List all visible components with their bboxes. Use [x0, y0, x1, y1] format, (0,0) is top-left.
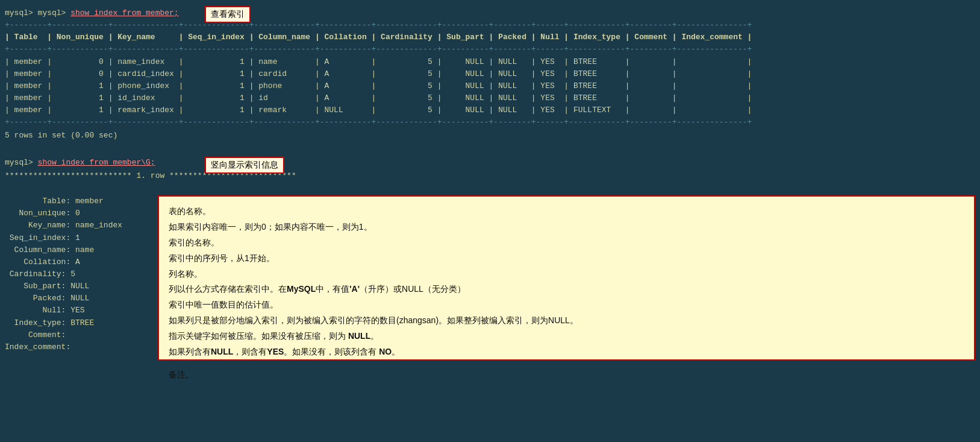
table-row: | member | 1 | phone_index | 1 | phone |…	[0, 80, 980, 92]
field-indexcomment: Index_comment:	[5, 343, 75, 352]
field-null: Null: YES	[5, 306, 85, 315]
field-cardinality: Cardinality: 5	[5, 270, 75, 279]
prompt-line: mysql> mysql> show index from member;	[0, 7, 980, 19]
table-row: | member | 1 | id_index | 1 | id | A | 5…	[0, 92, 980, 104]
explain-seqinindex: 索引中的序列号，从1开始。	[169, 251, 964, 267]
blank-line-explanation	[169, 360, 964, 367]
field-comment: Comment:	[5, 330, 70, 339]
blank-line	[0, 144, 980, 156]
stars-line: *************************** 1. row *****…	[0, 170, 980, 182]
terminal: mysql> mysql> show index from member; 查看…	[0, 0, 980, 442]
explain-subpart: 如果列只是被部分地编入索引，则为被编入索引的字符的数目(zhangsan)。如果…	[169, 313, 964, 329]
field-table: Table: member	[5, 197, 104, 206]
field-indextype: Index_type: BTREE	[5, 318, 94, 327]
table-header: | Table | Non_unique | Key_name | Seq_in…	[0, 31, 980, 43]
table-bottom-separator: +--------+------------+--------------+--…	[0, 116, 980, 128]
field-keyname: Key_name: name_index	[5, 221, 122, 230]
table-row: | member | 0 | cardid_index | 1 | cardid…	[0, 68, 980, 80]
field-packed: Packed: NULL	[5, 294, 89, 303]
vertical-prompt-line: mysql> show index from member\G;	[0, 157, 980, 169]
explain-columnname: 列名称。	[169, 267, 964, 282]
explain-table: 表的名称。	[169, 204, 964, 219]
vertical-output: Table: member Non_unique: 0 Key_name: na…	[0, 183, 157, 365]
field-subpart: Sub_part: NULL	[5, 282, 89, 291]
explain-keyname: 索引的名称。	[169, 235, 964, 251]
explain-nonunique: 如果索引内容唯一，则为0；如果内容不唯一，则为1。	[169, 219, 964, 235]
table-row: | member | 1 | remark_index | 1 | remark…	[0, 104, 980, 116]
explain-cardinality: 索引中唯一值数目的估计值。	[169, 297, 964, 313]
table-header-separator: +--------+------------+--------------+--…	[0, 43, 980, 55]
field-columnname: Column_name: name	[5, 245, 94, 254]
field-seqinindex: Seq_in_index: 1	[5, 233, 80, 242]
table-top-separator: +--------+------------+--------------+--…	[0, 19, 980, 31]
explain-null: 如果列含有NULL，则含有YES。如果没有，则该列含有 NO。	[169, 344, 964, 360]
field-collation: Collation: A	[5, 257, 80, 267]
bottom-section: Table: member Non_unique: 0 Key_name: na…	[0, 183, 980, 365]
explanation-box: 表的名称。 如果索引内容唯一，则为0；如果内容不唯一，则为1。 索引的名称。 索…	[158, 195, 975, 361]
field-nonunique: Non_unique: 0	[5, 209, 80, 218]
rows-info: 5 rows in set (0.00 sec)	[0, 128, 980, 143]
annotation-vertical: 竖向显示索引信息	[205, 157, 284, 174]
explain-collation: 列以什么方式存储在索引中。在MySQL中，有值'A'（升序）或NULL（无分类）	[169, 282, 964, 297]
explain-comment: 备注。	[169, 367, 964, 383]
table-row: | member | 0 | name_index | 1 | name | A…	[0, 56, 980, 68]
explain-packed: 指示关键字如何被压缩。如果没有被压缩，则为 NULL。	[169, 329, 964, 344]
annotation-show-index: 查看索引	[205, 6, 251, 23]
